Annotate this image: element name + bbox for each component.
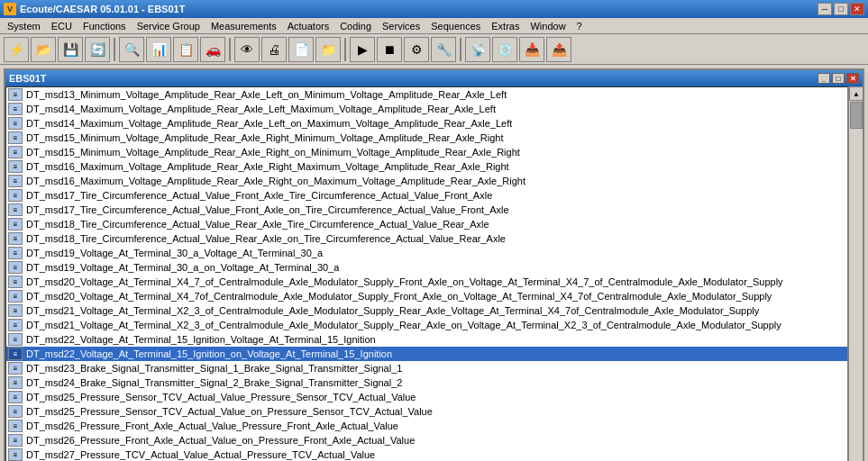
signal-item[interactable]: ≡DT_msd17_Tire_Circumference_Actual_Valu… — [6, 188, 847, 203]
signal-item[interactable]: ≡DT_msd21_Voltage_At_Terminal_X2_3_of_Ce… — [6, 318, 847, 332]
menu-item-functions[interactable]: Functions — [78, 20, 132, 32]
signal-icon: ≡ — [8, 218, 23, 230]
signal-item[interactable]: ≡DT_msd23_Brake_Signal_Transmitter_Signa… — [6, 361, 847, 375]
menu-item-services[interactable]: Services — [377, 20, 425, 32]
signal-icon: ≡ — [8, 304, 23, 317]
signal-item[interactable]: ≡DT_msd21_Voltage_At_Terminal_X2_3_of_Ce… — [6, 303, 847, 318]
signal-item[interactable]: ≡DT_msd20_Voltage_At_Terminal_X4_7_of_Ce… — [6, 275, 847, 289]
signal-name: DT_msd21_Voltage_At_Terminal_X2_3_of_Cen… — [26, 305, 759, 316]
menu-item-window[interactable]: Window — [525, 20, 571, 32]
signal-item[interactable]: ≡DT_msd18_Tire_Circumference_Actual_Valu… — [6, 217, 847, 231]
toolbar-btn-save[interactable]: 💾 — [58, 37, 83, 62]
signal-icon: ≡ — [8, 175, 23, 187]
signal-item[interactable]: ≡DT_msd25_Pressure_Sensor_TCV_Actual_Val… — [6, 404, 847, 419]
signal-name: DT_msd22_Voltage_At_Terminal_15_Ignition… — [26, 334, 376, 345]
signal-name: DT_msd18_Tire_Circumference_Actual_Value… — [26, 233, 506, 244]
signal-item[interactable]: ≡DT_msd19_Voltage_At_Terminal_30_a_Volta… — [6, 246, 847, 260]
signal-item[interactable]: ≡DT_msd16_Maximum_Voltage_Amplitude_Rear… — [6, 159, 847, 174]
signal-item[interactable]: ≡DT_msd15_Minimum_Voltage_Amplitude_Rear… — [6, 145, 847, 159]
toolbar-btn-stop[interactable]: ⏹ — [377, 37, 402, 62]
signal-item[interactable]: ≡DT_msd26_Pressure_Front_Axle_Actual_Val… — [6, 419, 847, 433]
signal-item[interactable]: ≡DT_msd22_Voltage_At_Terminal_15_Ignitio… — [6, 332, 847, 347]
menu-item-?[interactable]: ? — [571, 20, 588, 32]
signal-item[interactable]: ≡DT_msd14_Maximum_Voltage_Amplitude_Rear… — [6, 116, 847, 131]
signal-item[interactable]: ≡DT_msd14_Maximum_Voltage_Amplitude_Rear… — [6, 102, 847, 116]
scroll-thumb[interactable] — [850, 102, 863, 129]
signal-name: DT_msd23_Brake_Signal_Transmitter_Signal… — [26, 363, 402, 374]
menu-item-coding[interactable]: Coding — [334, 20, 377, 32]
toolbar-btn-list[interactable]: 📋 — [173, 37, 198, 62]
signal-icon: ≡ — [8, 203, 23, 216]
signal-icon: ≡ — [8, 448, 23, 461]
signal-name: DT_msd16_Maximum_Voltage_Amplitude_Rear_… — [26, 161, 509, 172]
signal-item[interactable]: ≡DT_msd19_Voltage_At_Terminal_30_a_on_Vo… — [6, 260, 847, 275]
menu-item-extras[interactable]: Extras — [486, 20, 525, 32]
toolbar-btn-new[interactable]: ⚡ — [4, 37, 29, 62]
toolbar-btn-connect[interactable]: 📡 — [465, 37, 490, 62]
sub-close-btn[interactable]: ✕ — [846, 73, 859, 84]
toolbar-btn-view[interactable]: 👁 — [234, 37, 260, 62]
signal-name: DT_msd17_Tire_Circumference_Actual_Value… — [26, 204, 509, 215]
scrollbar-vertical[interactable]: ▲ ▼ — [848, 86, 863, 461]
toolbar-btn-print[interactable]: 🖨 — [261, 37, 287, 62]
signal-icon: ≡ — [8, 117, 23, 130]
signal-name: DT_msd17_Tire_Circumference_Actual_Value… — [26, 190, 492, 201]
toolbar-btn-import[interactable]: 📥 — [519, 37, 544, 62]
minimize-button[interactable]: ─ — [818, 3, 832, 15]
toolbar-btn-tools[interactable]: 🔧 — [431, 37, 456, 62]
toolbar-btn-play[interactable]: ▶ — [350, 37, 375, 62]
toolbar-separator — [460, 38, 461, 61]
menu-item-actuators[interactable]: Actuators — [282, 20, 334, 32]
sub-window-controls: _ □ ✕ — [818, 73, 859, 84]
signal-icon: ≡ — [8, 420, 23, 432]
window-controls: ─ □ ✕ — [818, 3, 864, 15]
signal-item[interactable]: ≡DT_msd15_Minimum_Voltage_Amplitude_Rear… — [6, 131, 847, 145]
menu-item-system[interactable]: System — [2, 20, 46, 32]
menu-item-sequences[interactable]: Sequences — [425, 20, 486, 32]
signal-icon: ≡ — [8, 290, 23, 303]
toolbar-separator — [229, 38, 231, 61]
toolbar-separator — [344, 38, 346, 61]
signal-item[interactable]: ≡DT_msd20_Voltage_At_Terminal_X4_7of_Cen… — [6, 289, 847, 303]
signal-icon: ≡ — [8, 376, 23, 389]
signal-item[interactable]: ≡DT_msd22_Voltage_At_Terminal_15_Ignitio… — [6, 347, 847, 361]
sub-maximize-btn[interactable]: □ — [832, 73, 845, 84]
signal-item[interactable]: ≡DT_msd27_Pressure_TCV_Actual_Value_Actu… — [6, 447, 847, 461]
signal-item[interactable]: ≡DT_msd26_Pressure_Front_Axle_Actual_Val… — [6, 433, 847, 447]
toolbar-btn-refresh[interactable]: 🔄 — [85, 37, 110, 62]
close-button[interactable]: ✕ — [850, 3, 864, 15]
menu-item-measurements[interactable]: Measurements — [206, 20, 282, 32]
signal-name: DT_msd26_Pressure_Front_Axle_Actual_Valu… — [26, 435, 415, 446]
toolbar-btn-vehicle[interactable]: 🚗 — [200, 37, 225, 62]
signal-icon: ≡ — [8, 362, 23, 375]
toolbar-btn-search[interactable]: 🔍 — [119, 37, 144, 62]
maximize-button[interactable]: □ — [834, 3, 848, 15]
sub-window-title-bar: EBS01T _ □ ✕ — [5, 70, 863, 86]
toolbar-btn-document[interactable]: 📄 — [288, 37, 314, 62]
signal-item[interactable]: ≡DT_msd18_Tire_Circumference_Actual_Valu… — [6, 231, 847, 246]
signal-name: DT_msd19_Voltage_At_Terminal_30_a_on_Vol… — [26, 262, 339, 273]
toolbar-btn-settings[interactable]: ⚙ — [404, 37, 429, 62]
signal-icon: ≡ — [8, 319, 23, 331]
signal-name: DT_msd21_Voltage_At_Terminal_X2_3_of_Cen… — [26, 320, 781, 330]
signal-item[interactable]: ≡DT_msd16_Maximum_Voltage_Amplitude_Rear… — [6, 174, 847, 188]
toolbar-btn-disk[interactable]: 💿 — [492, 37, 517, 62]
signal-name: DT_msd14_Maximum_Voltage_Amplitude_Rear_… — [26, 118, 512, 129]
signal-item[interactable]: ≡DT_msd13_Minimum_Voltage_Amplitude_Rear… — [6, 87, 847, 102]
signal-item[interactable]: ≡DT_msd17_Tire_Circumference_Actual_Valu… — [6, 203, 847, 217]
signal-item[interactable]: ≡DT_msd25_Pressure_Sensor_TCV_Actual_Val… — [6, 390, 847, 404]
menu-item-ecu[interactable]: ECU — [46, 20, 78, 32]
sub-minimize-btn[interactable]: _ — [818, 73, 830, 84]
toolbar-btn-export[interactable]: 📤 — [546, 37, 571, 62]
toolbar-btn-folder[interactable]: 📁 — [315, 37, 341, 62]
signal-icon: ≡ — [8, 348, 23, 360]
scroll-track[interactable] — [849, 101, 863, 461]
menu-item-service group[interactable]: Service Group — [132, 20, 206, 32]
scroll-up-btn[interactable]: ▲ — [849, 86, 863, 101]
signal-name: DT_msd14_Maximum_Voltage_Amplitude_Rear_… — [26, 104, 496, 114]
signal-list[interactable]: ≡DT_msd13_Minimum_Voltage_Amplitude_Rear… — [5, 86, 848, 461]
signal-item[interactable]: ≡DT_msd24_Brake_Signal_Transmitter_Signa… — [6, 375, 847, 390]
signal-name: DT_msd25_Pressure_Sensor_TCV_Actual_Valu… — [26, 406, 433, 417]
toolbar-btn-chart[interactable]: 📊 — [146, 37, 171, 62]
toolbar-btn-open[interactable]: 📂 — [31, 37, 56, 62]
